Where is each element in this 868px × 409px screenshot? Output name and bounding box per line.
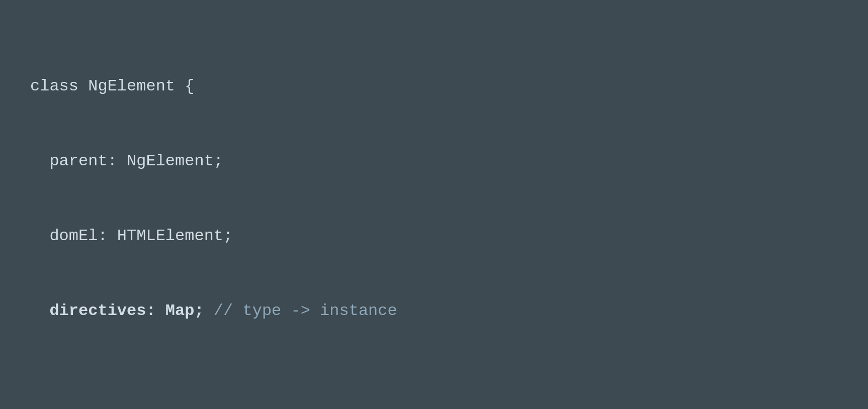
code-line-2: parent: NgElement;: [30, 149, 838, 174]
code-text: // type -> instance: [204, 301, 397, 320]
code-block: class NgElement { parent: NgElement; dom…: [0, 0, 868, 409]
code-line-4: directives: Map; // type -> instance: [30, 298, 838, 324]
code-line-1: class NgElement {: [30, 74, 838, 99]
code-line-3: domEl: HTMLElement;: [30, 224, 838, 249]
code-text: domEl: HTMLElement;: [30, 227, 233, 245]
code-bold: directives: Map;: [30, 301, 204, 320]
code-text: parent: NgElement;: [30, 152, 223, 170]
code-text: class NgElement {: [30, 77, 194, 95]
code-line-5: [30, 373, 838, 398]
